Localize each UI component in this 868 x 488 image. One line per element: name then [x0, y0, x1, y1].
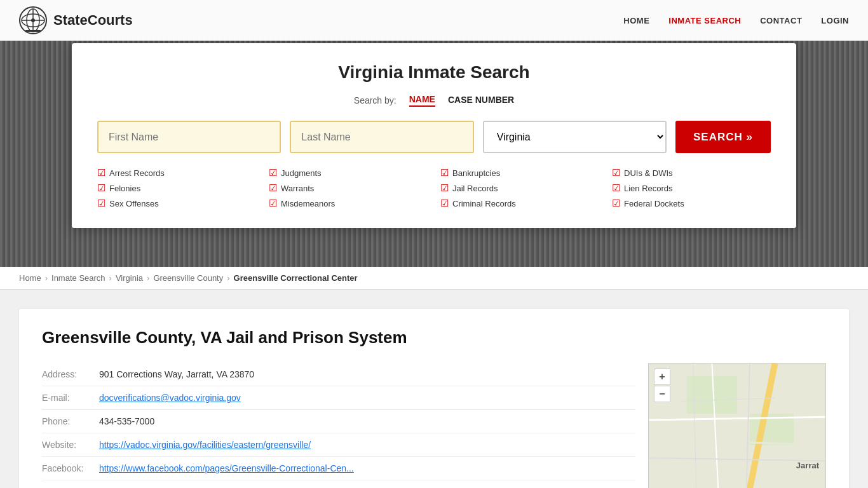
checkbox-label: Felonies: [109, 184, 140, 193]
email-row: E-mail: docverifications@vadoc.virginia.…: [42, 386, 635, 410]
nav-inmate-search[interactable]: INMATE SEARCH: [668, 16, 741, 25]
checkbox-label: Lien Records: [624, 184, 673, 193]
checkbox-label: Bankruptcies: [452, 168, 500, 178]
checkbox-icon: ☑: [612, 198, 620, 209]
phone-row: Phone: 434-535-7000: [42, 410, 635, 433]
top-navigation: StateCourts HOME INMATE SEARCH CONTACT L…: [0, 0, 868, 41]
map-place-label: Jarrat: [796, 461, 819, 470]
logo-icon: [19, 6, 47, 34]
breadcrumb: Home›Inmate Search›Virginia›Greensville …: [0, 267, 868, 290]
breadcrumb-link[interactable]: Home: [19, 273, 41, 283]
svg-rect-6: [25, 30, 41, 32]
tab-case-number[interactable]: CASE NUMBER: [448, 95, 514, 106]
checkbox-item: ☑Felonies: [97, 182, 256, 194]
breadcrumb-separator: ›: [227, 273, 229, 283]
state-select[interactable]: Virginia Alabama Alaska Arizona Arkansas…: [483, 121, 667, 153]
header: COURTHOUSE StateCourts HOME INMATE SEARC…: [0, 0, 868, 267]
map-zoom-in[interactable]: +: [654, 369, 670, 385]
main-content: Greensville County, VA Jail and Prison S…: [0, 290, 868, 488]
checkbox-icon: ☑: [612, 182, 620, 194]
breadcrumb-separator: ›: [45, 273, 48, 283]
info-section: Address: 901 Corrections Way, Jarratt, V…: [42, 363, 635, 488]
phone-value: 434-535-7000: [99, 416, 154, 426]
first-name-input[interactable]: [97, 121, 281, 153]
checkbox-item: ☑Judgments: [269, 167, 428, 179]
nav-home[interactable]: HOME: [623, 16, 649, 25]
last-name-input[interactable]: [290, 121, 473, 153]
checkbox-item: ☑Arrest Records: [97, 167, 256, 179]
checkbox-icon: ☑: [269, 198, 277, 209]
checkbox-icon: ☑: [440, 198, 449, 209]
breadcrumb-link[interactable]: Greensville County: [153, 273, 223, 283]
search-card: Virginia Inmate Search Search by: NAME C…: [72, 43, 796, 228]
map-controls: + −: [654, 369, 670, 402]
checkbox-label: Arrest Records: [109, 168, 165, 178]
phone-label: Phone:: [42, 416, 99, 426]
checkbox-item: ☑DUIs & DWIs: [612, 167, 771, 179]
nav-links: HOME INMATE SEARCH CONTACT LOGIN: [623, 16, 849, 25]
checkbox-item: ☑Lien Records: [612, 182, 771, 194]
checkbox-label: DUIs & DWIs: [624, 168, 673, 178]
breadcrumb-link[interactable]: Virginia: [116, 273, 143, 283]
checkboxes-grid: ☑Arrest Records☑Judgments☑Bankruptcies☑D…: [97, 167, 771, 209]
email-value[interactable]: docverifications@vadoc.virginia.gov: [99, 393, 241, 403]
checkbox-label: Criminal Records: [452, 199, 516, 208]
checkbox-label: Jail Records: [452, 184, 498, 193]
nav-contact[interactable]: CONTACT: [760, 16, 802, 25]
address-row: Address: 901 Corrections Way, Jarratt, V…: [42, 363, 635, 386]
checkbox-icon: ☑: [440, 167, 449, 179]
map-container: + − Jarrat: [648, 363, 826, 488]
logo-text: StateCourts: [53, 12, 133, 29]
checkbox-icon: ☑: [440, 182, 449, 194]
tab-name[interactable]: NAME: [409, 94, 435, 107]
checkbox-icon: ☑: [97, 198, 105, 209]
facebook-value[interactable]: https://www.facebook.com/pages/Greensvil…: [99, 463, 354, 473]
address-label: Address:: [42, 369, 99, 379]
search-by-row: Search by: NAME CASE NUMBER: [97, 94, 771, 107]
breadcrumb-separator: ›: [109, 273, 112, 283]
logo-area: StateCourts: [19, 6, 623, 34]
website-label: Website:: [42, 440, 99, 450]
facebook-label: Facebook:: [42, 463, 99, 473]
checkbox-item: ☑Criminal Records: [440, 198, 599, 209]
checkbox-icon: ☑: [269, 167, 277, 179]
address-value: 901 Corrections Way, Jarratt, VA 23870: [99, 369, 254, 379]
breadcrumb-separator: ›: [147, 273, 149, 283]
checkbox-label: Judgments: [281, 168, 322, 178]
website-row: Website: https://vadoc.virginia.gov/faci…: [42, 433, 635, 457]
checkbox-label: Federal Dockets: [624, 199, 684, 208]
map-zoom-out[interactable]: −: [654, 386, 670, 402]
content-card: Greensville County, VA Jail and Prison S…: [19, 309, 849, 488]
search-by-label: Search by:: [354, 95, 397, 105]
search-card-title: Virginia Inmate Search: [97, 62, 771, 83]
checkbox-icon: ☑: [97, 167, 105, 179]
content-with-map: Address: 901 Corrections Way, Jarratt, V…: [42, 363, 826, 488]
checkbox-label: Warrants: [281, 184, 314, 193]
search-button[interactable]: SEARCH »: [675, 121, 771, 153]
checkbox-item: ☑Bankruptcies: [440, 167, 599, 179]
facebook-row: Facebook: https://www.facebook.com/pages…: [42, 457, 635, 480]
checkbox-item: ☑Jail Records: [440, 182, 599, 194]
breadcrumb-current: Greensville Correctional Center: [234, 273, 358, 283]
checkbox-icon: ☑: [612, 167, 620, 179]
website-value[interactable]: https://vadoc.virginia.gov/facilities/ea…: [99, 440, 311, 450]
email-label: E-mail:: [42, 393, 99, 403]
breadcrumb-link[interactable]: Inmate Search: [51, 273, 105, 283]
checkbox-icon: ☑: [97, 182, 105, 194]
checkbox-item: ☑Sex Offenses: [97, 198, 256, 209]
checkbox-label: Misdemeanors: [281, 199, 335, 208]
checkbox-item: ☑Federal Dockets: [612, 198, 771, 209]
map-section: + − Jarrat: [648, 363, 826, 488]
checkbox-item: ☑Warrants: [269, 182, 428, 194]
facility-title: Greensville County, VA Jail and Prison S…: [42, 328, 826, 348]
nav-login[interactable]: LOGIN: [821, 16, 849, 25]
checkbox-icon: ☑: [269, 182, 277, 194]
checkbox-item: ☑Misdemeanors: [269, 198, 428, 209]
checkbox-label: Sex Offenses: [109, 199, 159, 208]
search-inputs-row: Virginia Alabama Alaska Arizona Arkansas…: [97, 121, 771, 153]
